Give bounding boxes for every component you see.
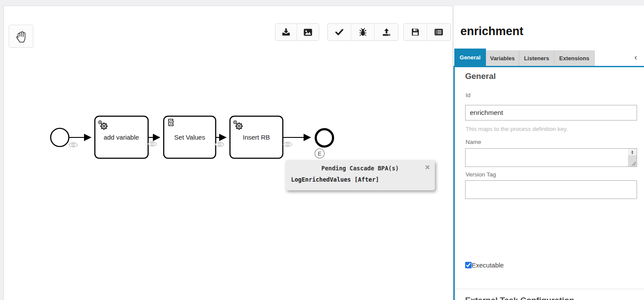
- bpmn-canvas[interactable]: add variable Set Values Insert RB E: [3, 6, 453, 300]
- tab-variables[interactable]: Variables: [486, 50, 519, 66]
- version-tag-input[interactable]: [465, 180, 637, 199]
- task-add-variable[interactable]: add variable: [95, 116, 148, 158]
- eye-icon[interactable]: [215, 142, 224, 147]
- eye-icon[interactable]: [283, 142, 292, 147]
- name-input[interactable]: ▲ ▼: [465, 148, 637, 167]
- pending-cascade-tooltip: Pending Cascade BPA(s) × LogEnrichedValu…: [285, 160, 435, 190]
- executable-row: Executable: [465, 261, 504, 269]
- eye-icon[interactable]: [69, 143, 78, 147]
- eye-icon[interactable]: [148, 142, 157, 146]
- tab-general[interactable]: General: [454, 49, 486, 66]
- close-icon[interactable]: ×: [425, 163, 430, 171]
- collapse-panel-icon[interactable]: ‹: [632, 52, 640, 62]
- end-event[interactable]: [316, 129, 333, 147]
- end-event-badge[interactable]: E: [315, 149, 324, 158]
- section-divider: [455, 289, 644, 289]
- name-scrollbar[interactable]: ▲ ▼: [628, 149, 637, 166]
- tab-extensions[interactable]: Extensions: [554, 50, 595, 66]
- external-task-heading: External Task Configuration: [465, 296, 574, 300]
- tooltip-title: Pending Cascade BPA(s): [285, 160, 435, 172]
- id-label: Id: [466, 92, 470, 98]
- start-event[interactable]: [51, 128, 69, 147]
- svg-text:add variable: add variable: [104, 134, 139, 141]
- id-input[interactable]: [465, 105, 637, 121]
- properties-panel: enrichment General Variables Listeners E…: [453, 6, 644, 300]
- id-hint: This maps to the process definition key.: [466, 126, 568, 132]
- svg-text:Set Values: Set Values: [174, 134, 205, 141]
- bpmn-diagram: add variable Set Values Insert RB E: [4, 6, 453, 300]
- tab-listeners[interactable]: Listeners: [519, 50, 554, 66]
- tooltip-item: LogEnrichedValues [After]: [285, 172, 435, 183]
- svg-text:E: E: [318, 150, 322, 157]
- version-tag-label: Version Tag: [466, 171, 496, 178]
- panel-title: enrichment: [460, 25, 524, 38]
- task-insert-rb[interactable]: Insert RB: [230, 116, 283, 158]
- spinner-icon[interactable]: ▲ ▼: [628, 149, 637, 155]
- panel-tab-bar: General Variables Listeners Extensions: [454, 49, 595, 66]
- executable-label[interactable]: Executable: [472, 261, 504, 269]
- executable-checkbox[interactable]: [465, 262, 472, 268]
- general-section-heading: General: [465, 72, 496, 81]
- svg-text:Insert RB: Insert RB: [243, 134, 270, 141]
- panel-content: General Id This maps to the process defi…: [453, 66, 644, 300]
- task-set-values[interactable]: Set Values: [164, 116, 216, 158]
- name-label: Name: [466, 139, 481, 145]
- resize-grip-icon[interactable]: [630, 160, 636, 166]
